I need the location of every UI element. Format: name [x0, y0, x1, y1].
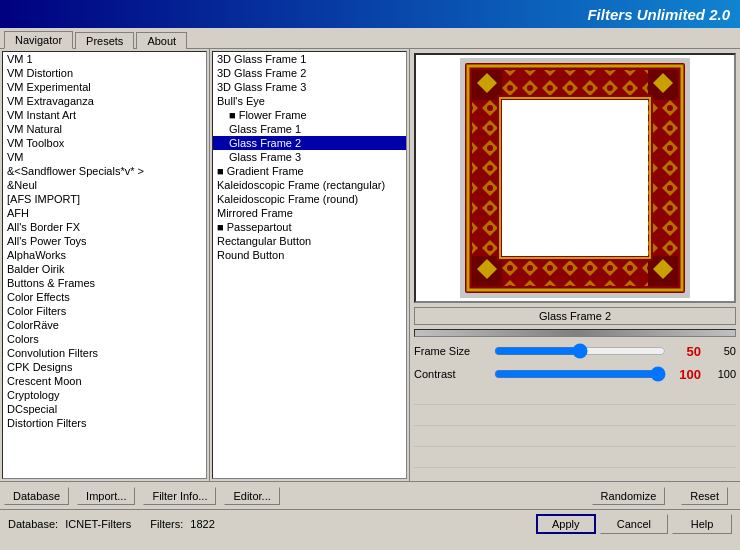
- filter-item[interactable]: 3D Glass Frame 3: [213, 80, 406, 94]
- category-item[interactable]: &<Sandflower Specials*v* >: [3, 164, 206, 178]
- param-framesize-slider[interactable]: [494, 344, 666, 358]
- category-list: VM 1VM DistortionVM ExperimentalVM Extra…: [2, 51, 207, 479]
- category-item[interactable]: ColorRäve: [3, 318, 206, 332]
- param-empty-1: [414, 387, 736, 405]
- filter-item[interactable]: Glass Frame 3: [213, 150, 406, 164]
- category-item[interactable]: Balder Oirik: [3, 262, 206, 276]
- param-contrast-value-normal: 100: [701, 368, 736, 380]
- filter-item[interactable]: ■ Flower Frame: [213, 108, 406, 122]
- category-item[interactable]: Distortion Filters: [3, 416, 206, 430]
- category-item[interactable]: VM 1: [3, 52, 206, 66]
- import-button[interactable]: Import...: [77, 487, 135, 505]
- category-item[interactable]: Color Filters: [3, 304, 206, 318]
- param-contrast-label: Contrast: [414, 368, 494, 380]
- status-database-value: ICNET-Filters: [65, 518, 131, 530]
- category-item[interactable]: VM Experimental: [3, 80, 206, 94]
- param-framesize-value-red: 50: [666, 344, 701, 359]
- filter-item[interactable]: Rectangular Button: [213, 234, 406, 248]
- category-item[interactable]: Color Effects: [3, 290, 206, 304]
- category-item[interactable]: VM Extravaganza: [3, 94, 206, 108]
- filter-item[interactable]: 3D Glass Frame 2: [213, 66, 406, 80]
- category-item[interactable]: VM Instant Art: [3, 108, 206, 122]
- filter-item[interactable]: ■ Gradient Frame: [213, 164, 406, 178]
- category-item[interactable]: Buttons & Frames: [3, 276, 206, 290]
- params-area: Frame Size 50 50 Contrast 100 100: [414, 329, 736, 471]
- status-filters-value: 1822: [190, 518, 214, 530]
- status-bar: Database: ICNET-Filters Filters: 1822 Ap…: [0, 509, 740, 537]
- reset-button[interactable]: Reset: [681, 487, 728, 505]
- filter-item[interactable]: ■ Passepartout: [213, 220, 406, 234]
- help-button[interactable]: Help: [672, 514, 732, 534]
- category-item[interactable]: VM: [3, 150, 206, 164]
- status-filters-label: Filters:: [150, 518, 183, 530]
- param-contrast-row: Contrast 100 100: [414, 364, 736, 384]
- tab-presets[interactable]: Presets: [75, 32, 134, 49]
- param-contrast-slider[interactable]: [494, 367, 666, 381]
- filter-item[interactable]: Glass Frame 2: [213, 136, 406, 150]
- param-framesize-row: Frame Size 50 50: [414, 341, 736, 361]
- category-item[interactable]: VM Natural: [3, 122, 206, 136]
- param-empty-3: [414, 429, 736, 447]
- tab-navigator[interactable]: Navigator: [4, 31, 73, 49]
- tab-about[interactable]: About: [136, 32, 187, 49]
- database-button[interactable]: Database: [4, 487, 69, 505]
- tabs-bar: Navigator Presets About: [0, 28, 740, 49]
- filter-item[interactable]: Kaleidoscopic Frame (round): [213, 192, 406, 206]
- category-item[interactable]: Crescent Moon: [3, 374, 206, 388]
- category-item[interactable]: AFH: [3, 206, 206, 220]
- preview-label: Glass Frame 2: [414, 307, 736, 325]
- filter-item[interactable]: Glass Frame 1: [213, 122, 406, 136]
- svg-rect-5: [502, 100, 648, 256]
- category-item[interactable]: VM Toolbox: [3, 136, 206, 150]
- category-list-inner[interactable]: VM 1VM DistortionVM ExperimentalVM Extra…: [3, 52, 206, 478]
- category-item[interactable]: CPK Designs: [3, 360, 206, 374]
- category-item[interactable]: AlphaWorks: [3, 248, 206, 262]
- randomize-button[interactable]: Randomize: [592, 487, 666, 505]
- filter-item[interactable]: Bull's Eye: [213, 94, 406, 108]
- editor-button[interactable]: Editor...: [224, 487, 279, 505]
- title-label: Filters Unlimited 2.0: [587, 6, 730, 23]
- preview-area: [414, 53, 736, 303]
- param-framesize-value-normal: 50: [701, 345, 736, 357]
- status-left: Database: ICNET-Filters Filters: 1822: [8, 518, 536, 530]
- category-item[interactable]: [AFS IMPORT]: [3, 192, 206, 206]
- filter-list-inner[interactable]: 3D Glass Frame 13D Glass Frame 23D Glass…: [213, 52, 406, 478]
- param-empty-4: [414, 450, 736, 468]
- category-item[interactable]: All's Border FX: [3, 220, 206, 234]
- cancel-button[interactable]: Cancel: [600, 514, 668, 534]
- right-panel: Glass Frame 2 Frame Size 50 50 Contrast …: [410, 49, 740, 481]
- title-bar: Filters Unlimited 2.0: [0, 0, 740, 28]
- param-contrast-slider-container: [494, 367, 666, 381]
- param-contrast-value-red: 100: [666, 367, 701, 382]
- category-item[interactable]: VM Distortion: [3, 66, 206, 80]
- category-item[interactable]: Cryptology: [3, 388, 206, 402]
- filter-item[interactable]: Kaleidoscopic Frame (rectangular): [213, 178, 406, 192]
- category-item[interactable]: Convolution Filters: [3, 346, 206, 360]
- category-item[interactable]: DCspecial: [3, 402, 206, 416]
- bottom-toolbar: Database Import... Filter Info... Editor…: [0, 481, 740, 509]
- category-item[interactable]: &Neul: [3, 178, 206, 192]
- status-database-label: Database:: [8, 518, 58, 530]
- filter-item[interactable]: Mirrored Frame: [213, 206, 406, 220]
- filter-item[interactable]: 3D Glass Frame 1: [213, 52, 406, 66]
- apply-button[interactable]: Apply: [536, 514, 596, 534]
- category-item[interactable]: Colors: [3, 332, 206, 346]
- param-framesize-label: Frame Size: [414, 345, 494, 357]
- filter-info-button[interactable]: Filter Info...: [143, 487, 216, 505]
- filter-item[interactable]: Round Button: [213, 248, 406, 262]
- category-item[interactable]: All's Power Toys: [3, 234, 206, 248]
- status-right: Apply Cancel Help: [536, 514, 732, 534]
- param-framesize-slider-container: [494, 344, 666, 358]
- filter-list: 3D Glass Frame 13D Glass Frame 23D Glass…: [212, 51, 407, 479]
- param-empty-2: [414, 408, 736, 426]
